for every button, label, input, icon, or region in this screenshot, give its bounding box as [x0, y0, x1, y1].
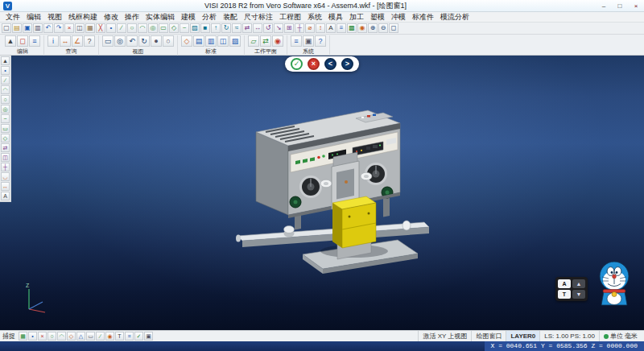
toolbar-icon[interactable]: ▭ [102, 35, 114, 47]
toolbar-icon[interactable]: ≡ [336, 23, 346, 33]
snap-toggle-icon[interactable]: △ [76, 332, 85, 341]
snap-toggle-icon[interactable]: T [115, 332, 124, 341]
snap-toggle-icon[interactable]: ▦ [19, 332, 27, 341]
toolbar-icon[interactable]: ◡ [1, 172, 10, 181]
toolbar-icon[interactable]: ↕ [316, 23, 325, 33]
menu-item[interactable]: 文件 [2, 12, 23, 23]
toolbar-icon[interactable]: ◉ [357, 23, 367, 33]
toolbar-icon[interactable]: ○ [1, 95, 10, 104]
toolbar-icon[interactable]: ◎ [114, 35, 126, 47]
toolbar-icon[interactable]: ↔ [253, 23, 262, 33]
toolbar-icon[interactable]: A [1, 192, 10, 200]
toolbar-icon[interactable]: ◫ [217, 35, 229, 47]
toolbar-icon[interactable]: ▭ [1, 124, 10, 133]
toolbar-icon[interactable]: ↶ [43, 23, 53, 33]
snap-toggle-icon[interactable]: ○ [47, 332, 56, 341]
toolbar-icon[interactable]: ? [315, 35, 326, 47]
snap-toggle-icon[interactable]: × [38, 332, 47, 341]
toolbar-icon[interactable]: ~ [180, 23, 189, 33]
menu-item[interactable]: 操作 [122, 12, 142, 23]
menu-item[interactable]: 分析 [199, 12, 220, 23]
toolbar-icon[interactable]: ↻ [138, 35, 150, 47]
toolbar-icon[interactable]: ◫ [1, 153, 10, 162]
toolbar-icon[interactable]: ▭ [159, 23, 168, 33]
active-view-indicator[interactable]: 激活 XY 上视图 [418, 331, 471, 341]
toolbar-icon[interactable]: ▩ [347, 23, 357, 33]
toolbar-icon[interactable]: ≈ [232, 23, 242, 33]
close-button[interactable]: × [628, 0, 644, 11]
yellow-clamp-part[interactable] [332, 196, 376, 259]
toolbar-icon[interactable]: ◉ [272, 35, 283, 47]
confirm-ok-button[interactable]: ✓ [291, 58, 303, 70]
menu-item[interactable]: 模流分析 [437, 12, 473, 23]
toolbar-icon[interactable]: ▨ [190, 23, 200, 33]
menu-item[interactable]: 系统 [304, 12, 325, 23]
toolbar-icon[interactable]: ○ [163, 35, 174, 47]
toolbar-icon[interactable]: ┼ [1, 163, 10, 171]
toolbar-icon[interactable]: ▤ [12, 23, 22, 33]
snap-toggle-icon[interactable]: ▣ [144, 332, 153, 341]
menu-item[interactable]: 标准件 [409, 12, 437, 23]
snap-toggle-icon[interactable]: ▭ [86, 332, 95, 341]
toolbar-icon[interactable]: • [106, 23, 116, 33]
menu-item[interactable]: 加工 [346, 12, 367, 23]
toolbar-icon[interactable]: ⊞ [284, 23, 294, 33]
toolbar-icon[interactable]: ∕ [1, 76, 10, 85]
menu-item[interactable]: 修改 [101, 12, 122, 23]
snap-toggle-icon[interactable]: • [28, 332, 37, 341]
snap-toggle-icon[interactable]: ◉ [105, 332, 114, 341]
snap-toggle-icon[interactable]: ≡ [125, 332, 134, 341]
menu-item[interactable]: 模具 [325, 12, 346, 23]
toolbar-icon[interactable]: ⌀ [305, 23, 315, 33]
menu-item[interactable]: 冲模 [388, 12, 409, 23]
toolbar-icon[interactable]: ↔ [1, 182, 10, 191]
toolbar-icon[interactable]: ▤ [193, 35, 204, 47]
toolbar-icon[interactable]: ≡ [291, 35, 302, 47]
toolbar-icon[interactable]: ⊕ [368, 23, 378, 33]
toolbar-icon[interactable]: ■ [200, 23, 210, 33]
units-indicator[interactable]: 单位 毫米 [599, 331, 642, 341]
menu-item[interactable]: 线框构建 [65, 12, 101, 23]
menu-item[interactable]: 实体编辑 [142, 12, 178, 23]
cad-model[interactable] [0, 56, 644, 330]
toolbar-icon[interactable]: ⇄ [242, 23, 252, 33]
toolbar-icon[interactable]: i [47, 35, 59, 47]
toolbar-icon[interactable]: ◠ [138, 23, 147, 33]
snap-toggle-icon[interactable]: ◇ [67, 332, 76, 341]
menu-item[interactable]: 尺寸标注 [241, 12, 276, 23]
toolbar-icon[interactable]: ▦ [85, 23, 95, 33]
toolbar-icon[interactable]: ▲ [5, 35, 16, 47]
menu-item[interactable]: 编辑 [23, 12, 44, 23]
menu-item[interactable]: 工程图 [276, 12, 304, 23]
layer-selector[interactable]: LAYER0 [506, 331, 539, 341]
snap-toggle-icon[interactable]: ◠ [57, 332, 66, 341]
toolbar-icon[interactable]: ↶ [126, 35, 138, 47]
menu-item[interactable]: 装配 [220, 12, 241, 23]
menu-item[interactable]: 视图 [44, 12, 65, 23]
toolbar-icon[interactable]: ↷ [54, 23, 64, 33]
menu-item[interactable]: 塑模 [367, 12, 388, 23]
toolbar-icon[interactable]: ◫ [75, 23, 85, 33]
toolbar-icon[interactable]: × [64, 23, 74, 33]
toolbar-icon[interactable]: • [1, 66, 10, 75]
snap-toggle-icon[interactable]: ∕ [96, 332, 105, 341]
toolbar-icon[interactable]: ▣ [303, 35, 314, 47]
confirm-cancel-button[interactable]: × [308, 58, 320, 70]
toolbar-icon[interactable]: ◻ [389, 23, 398, 33]
maximize-button[interactable]: □ [612, 0, 628, 11]
toolbar-icon[interactable]: ↘ [274, 23, 283, 33]
toolbar-icon[interactable]: ◇ [169, 23, 179, 33]
toolbar-icon[interactable]: ⇄ [260, 35, 271, 47]
toolbar-icon[interactable]: ◻ [17, 35, 28, 47]
toolbar-icon[interactable]: ▣ [23, 23, 32, 33]
next-button[interactable]: > [341, 58, 353, 70]
toolbar-icon[interactable]: ∠ [72, 35, 83, 47]
toolbar-icon[interactable]: ● [151, 35, 162, 47]
toolbar-icon[interactable]: ▱ [248, 35, 259, 47]
toolbar-icon[interactable]: A [326, 23, 336, 33]
previous-button[interactable]: < [324, 58, 336, 70]
toolbar-icon[interactable]: ▥ [33, 23, 43, 33]
snap-toggle-icon[interactable]: ✓ [134, 332, 143, 341]
toolbar-icon[interactable]: ↑ [211, 23, 221, 33]
toolbar-icon[interactable]: ≡ [29, 35, 40, 47]
